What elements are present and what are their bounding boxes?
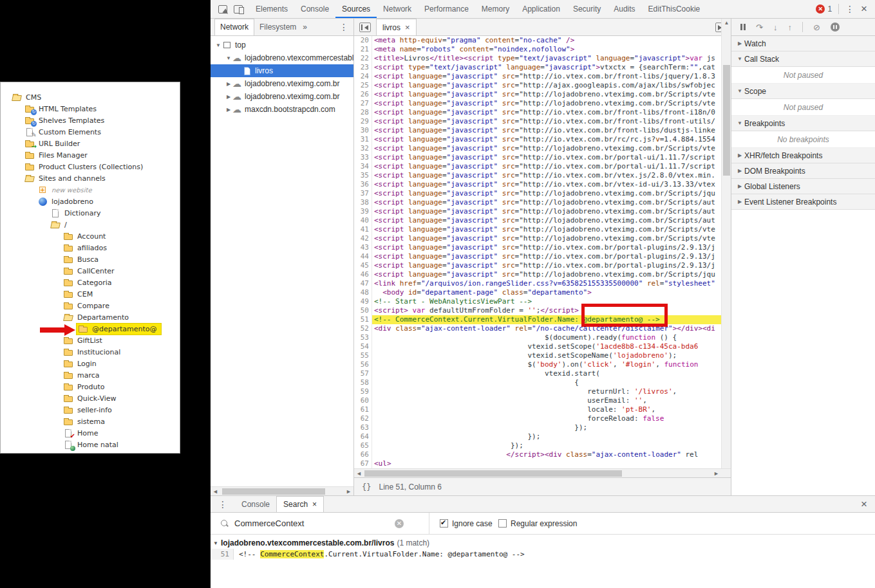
debugger-section-scope[interactable]: ▼Scope <box>731 84 875 99</box>
editor-vscrollbar[interactable]: ▲ ▼ <box>721 19 731 495</box>
code-line-46[interactable]: 46<script language="javascript" src="htt… <box>354 270 731 279</box>
expand-icon[interactable]: ▶ <box>735 183 744 189</box>
code-line-67[interactable]: 67<ul> <box>354 459 731 468</box>
expand-icon[interactable]: ▶ <box>735 152 744 158</box>
tab-network[interactable]: Network <box>214 19 254 35</box>
cms-tree-item-busca[interactable]: Busca <box>1 253 180 265</box>
more-tabs-icon[interactable]: » <box>303 23 307 32</box>
expand-icon[interactable]: ▼ <box>735 120 744 126</box>
search-result-line[interactable]: 51 <!-- CommerceContext.Current.VirtualF… <box>211 549 875 560</box>
line-number[interactable]: 62 <box>354 414 372 423</box>
devtools-tab-network[interactable]: Network <box>377 0 418 18</box>
debugger-section-call-stack[interactable]: ▼Call Stack <box>731 51 875 67</box>
code-line-48[interactable]: 48 <body id="departament-page" class="de… <box>354 288 731 297</box>
code-line-51[interactable]: 51<!-- CommerceContext.Current.VirtualFo… <box>354 315 731 324</box>
clear-search-icon[interactable]: ✕ <box>395 519 404 528</box>
line-number[interactable]: 29 <box>354 117 372 126</box>
code-line-50[interactable]: 50<script> var defaultUtmFromFolder = ''… <box>354 306 731 315</box>
line-number[interactable]: 55 <box>354 351 372 360</box>
line-number[interactable]: 20 <box>354 36 372 45</box>
drawer-close-icon[interactable]: × <box>861 498 875 511</box>
regex-checkbox[interactable] <box>498 519 507 528</box>
code-line-22[interactable]: 22<title>Livros</title><script type="tex… <box>354 54 731 63</box>
cms-tree-item-account[interactable]: Account <box>1 230 180 242</box>
expand-icon[interactable]: ▼ <box>225 55 232 61</box>
line-number[interactable]: 42 <box>354 234 372 243</box>
expand-icon[interactable]: ▼ <box>735 56 744 62</box>
highlighted-item[interactable]: @departamento@ <box>77 324 161 335</box>
pause-on-exceptions-icon[interactable] <box>831 23 840 32</box>
code-line-49[interactable]: 49<!-- Start - WebAnalyticsViewPart --> <box>354 297 731 306</box>
code-line-42[interactable]: 42<script language="javascript" src="htt… <box>354 234 731 243</box>
cms-tree-item-departamento[interactable]: Departamento <box>1 311 180 323</box>
debugger-section-dom-breakpoints[interactable]: ▶DOM Breakpoints <box>731 163 875 179</box>
line-number[interactable]: 35 <box>354 171 372 180</box>
code-line-40[interactable]: 40<script language="javascript" src="htt… <box>354 216 731 225</box>
cms-tree-item-marca[interactable]: marca <box>1 369 180 381</box>
code-line-26[interactable]: 26<script language="javascript" src="htt… <box>354 90 731 99</box>
code-line-64[interactable]: 64 }); <box>354 432 731 441</box>
scroll-right-icon[interactable]: ► <box>713 470 719 477</box>
line-number[interactable]: 65 <box>354 441 372 450</box>
line-number[interactable]: 28 <box>354 108 372 117</box>
line-number[interactable]: 50 <box>354 306 372 315</box>
code-line-34[interactable]: 34<script language="javascript" src="htt… <box>354 162 731 171</box>
tab-search[interactable]: Search × <box>276 496 324 512</box>
code-line-44[interactable]: 44<script language="javascript" src="htt… <box>354 252 731 261</box>
cms-tree-item-quick-view[interactable]: Quick-View <box>1 392 180 404</box>
editor-tab-livros[interactable]: livros × <box>376 19 417 35</box>
line-number[interactable]: 34 <box>354 162 372 171</box>
line-number[interactable]: 56 <box>354 360 372 369</box>
code-line-66[interactable]: 66 </script><div class="ajax-content-loa… <box>354 450 731 459</box>
code-line-41[interactable]: 41<script language="javascript" src="htt… <box>354 225 731 234</box>
devtools-tab-console[interactable]: Console <box>294 0 335 18</box>
line-number[interactable]: 23 <box>354 63 372 72</box>
expand-icon[interactable]: ▶ <box>225 107 232 113</box>
pause-script-icon[interactable] <box>740 24 746 30</box>
line-number[interactable]: 25 <box>354 81 372 90</box>
line-number[interactable]: 49 <box>354 297 372 306</box>
debugger-section-watch[interactable]: ▶Watch <box>731 36 875 51</box>
cms-tree-item-cem[interactable]: CEM <box>1 288 180 300</box>
step-out-icon[interactable]: ↑ <box>787 23 792 32</box>
scrollbar-thumb[interactable] <box>723 65 730 176</box>
code-line-58[interactable]: 58 { <box>354 378 731 387</box>
scroll-left-icon[interactable]: ◄ <box>356 470 362 477</box>
devtools-menu-icon[interactable]: ⋮ <box>845 5 854 14</box>
navigator-hscrollbar[interactable]: ◄ ► <box>211 486 353 495</box>
inspect-element-icon[interactable] <box>218 5 227 14</box>
code-line-57[interactable]: 57 vtexid.start( <box>354 369 731 378</box>
line-number[interactable]: 45 <box>354 261 372 270</box>
expand-icon[interactable]: ▶ <box>735 41 744 46</box>
line-number[interactable]: 37 <box>354 189 372 198</box>
cms-tree-item-product-clusters-collections-[interactable]: Product Clusters (Collections) <box>1 161 180 172</box>
tree-item-lojadobreno-vteximg-com-br[interactable]: ▶☁lojadobreno.vteximg.com.br <box>211 77 353 90</box>
code-line-27[interactable]: 27<script language="javascript" src="htt… <box>354 99 731 108</box>
line-number[interactable]: 63 <box>354 423 372 432</box>
scroll-right-icon[interactable]: ► <box>346 488 352 495</box>
tab-filesystem[interactable]: Filesystem <box>254 20 301 34</box>
cms-tree-item-categoria[interactable]: Categoria <box>1 277 180 288</box>
tab-close-icon[interactable]: × <box>405 23 410 32</box>
ignore-case-option[interactable]: Ignore case <box>440 519 493 528</box>
devtools-close-icon[interactable]: × <box>861 3 867 15</box>
tree-item-lojadobreno-vteximg-com-br[interactable]: ▶☁lojadobreno.vteximg.com.br <box>211 90 353 103</box>
devtools-tab-editthiscookie[interactable]: EditThisCookie <box>642 0 707 18</box>
expand-icon[interactable]: ▶ <box>225 81 232 87</box>
drawer-menu-icon[interactable]: ⋮ <box>211 499 235 510</box>
code-line-53[interactable]: 53 $(document).ready(function () { <box>354 333 731 342</box>
code-line-63[interactable]: 63 }); <box>354 423 731 432</box>
code-line-61[interactable]: 61 locale: 'pt-BR', <box>354 405 731 414</box>
cms-tree-item-files-manager[interactable]: Files Manager <box>1 149 180 161</box>
line-number[interactable]: 58 <box>354 378 372 387</box>
cms-tree-item-afiliados[interactable]: afiliados <box>1 242 180 253</box>
cms-tree-item-giftlist[interactable]: GiftList <box>1 335 180 346</box>
tree-item-top[interactable]: ▼top <box>211 39 353 51</box>
cms-tree-item-dictionary[interactable]: Dictionary <box>1 207 180 219</box>
code-line-59[interactable]: 59 returnUrl: '/livros', <box>354 387 731 396</box>
line-number[interactable]: 53 <box>354 333 372 342</box>
line-number[interactable]: 31 <box>354 135 372 144</box>
code-line-30[interactable]: 30<script language="javascript" src="htt… <box>354 126 731 135</box>
code-line-65[interactable]: 65 }); <box>354 441 731 450</box>
cms-tree-item-shelves-templates[interactable]: ↻Shelves Templates <box>1 115 180 126</box>
